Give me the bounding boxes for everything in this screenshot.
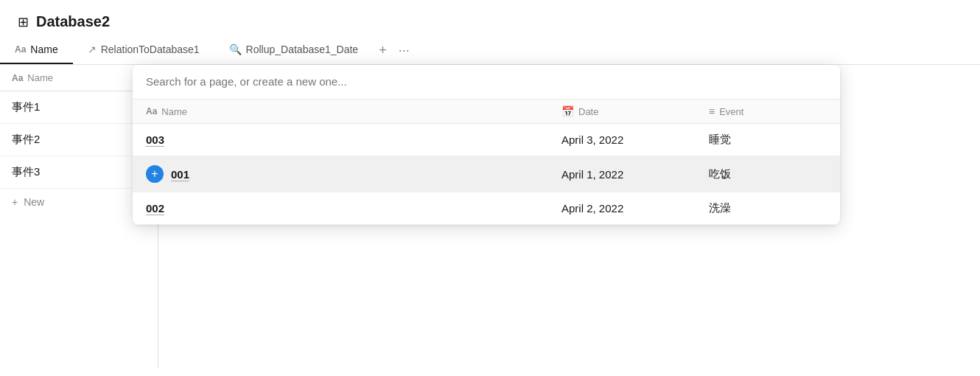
col-header-name: Aa Name	[146, 106, 561, 117]
search-bar	[133, 65, 840, 100]
more-options-button[interactable]: ···	[399, 43, 410, 58]
col-header-date: 📅 Date	[561, 105, 709, 117]
col-name-icon: Aa	[146, 106, 157, 116]
tab-rollup[interactable]: 🔍 Rollup_Database1_Date	[214, 36, 374, 64]
page-title: Database2	[36, 13, 110, 30]
add-relation-icon[interactable]: +	[146, 165, 164, 183]
row-event-001: 吃饭	[709, 167, 827, 181]
row-event-003: 睡觉	[709, 133, 827, 147]
row-name-002: 002	[146, 202, 561, 215]
search-input[interactable]	[146, 75, 827, 88]
tab-name[interactable]: Aa Name	[0, 36, 73, 64]
row-date-002: April 2, 2022	[561, 202, 709, 215]
dropdown-table-header: Aa Name 📅 Date ≡ Event	[133, 100, 840, 124]
col-event-icon: ≡	[709, 105, 715, 117]
tab-actions: + ···	[379, 43, 410, 58]
col-date-icon: 📅	[561, 105, 574, 117]
dropdown-row-002[interactable]: 002 April 2, 2022 洗澡	[133, 192, 840, 225]
title-bar: ⊞ Database2	[0, 0, 980, 30]
row-event-002: 洗澡	[709, 201, 827, 215]
database-icon: ⊞	[18, 14, 29, 30]
row-name-001: + 001	[146, 165, 561, 183]
relation-icon: ↗	[88, 43, 97, 55]
dropdown-row-001[interactable]: + 001 April 1, 2022 吃饭	[133, 156, 840, 192]
col-header-event: ≡ Event	[709, 105, 827, 117]
row-date-003: April 3, 2022	[561, 133, 709, 146]
row-date-001: April 1, 2022	[561, 168, 709, 181]
main-content: Aa Name 事件1 事件2 事件3 + New Aa Name	[0, 65, 980, 367]
name-col-icon: Aa	[12, 73, 23, 83]
add-column-button[interactable]: +	[379, 43, 387, 58]
relation-dropdown: Aa Name 📅 Date ≡ Event 003 April 3, 2022…	[133, 65, 840, 225]
dropdown-row-003[interactable]: 003 April 3, 2022 睡觉	[133, 124, 840, 156]
aa-icon: Aa	[15, 44, 26, 55]
tab-bar: Aa Name ↗ RelationToDatabase1 🔍 Rollup_D…	[0, 36, 980, 65]
plus-icon: +	[12, 196, 18, 208]
tab-relation[interactable]: ↗ RelationToDatabase1	[73, 36, 214, 64]
row-name-003: 003	[146, 133, 561, 146]
rollup-icon: 🔍	[229, 43, 242, 55]
